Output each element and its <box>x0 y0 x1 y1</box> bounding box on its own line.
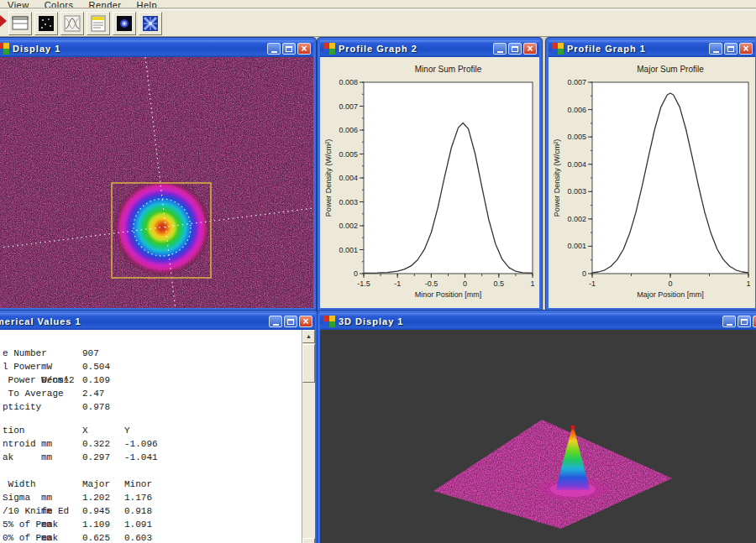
profile-graph-1-window-icon <box>552 43 564 55</box>
plot-area <box>592 82 748 274</box>
close-button[interactable]: × <box>523 43 537 55</box>
x-tick-label: 1 <box>530 279 534 288</box>
scroll-up-button[interactable]: ▲ <box>302 330 315 343</box>
y-tick-label: 0.007 <box>339 102 358 111</box>
y-tick-label: 0.008 <box>339 78 358 86</box>
numerical-cell: pticity <box>3 402 41 412</box>
profile-graph-2-window-icon <box>323 43 335 55</box>
numerical-cell: mm <box>41 452 52 462</box>
vertical-scrollbar[interactable]: ▲ ▼ <box>302 330 315 543</box>
numerical-row: ntroidmm0.322-1.096 <box>0 437 302 451</box>
x-axis-label: Major Position [mm] <box>637 290 704 299</box>
window-profile-graph-1: Profile Graph 1 × Major Sum Profile00.00… <box>546 38 756 311</box>
chart-title: Major Sum Profile <box>637 65 704 74</box>
y-axis-label: Power Density (W/cm²) <box>553 139 561 217</box>
maximize-button[interactable] <box>284 316 297 327</box>
numerical-cell: 907 <box>82 348 99 358</box>
numerical-section: tionXYntroidmm0.322-1.096akmm0.297-1.041 <box>0 424 302 464</box>
window-3d-display: 3D Display 1 × <box>318 311 756 543</box>
numerical-cell: ntroid <box>3 439 36 449</box>
menu-item-view[interactable]: View <box>0 0 37 8</box>
menu-item-help[interactable]: Help <box>129 0 165 8</box>
maximize-button[interactable] <box>508 43 522 55</box>
close-button[interactable]: × <box>739 43 753 55</box>
toolbar-button-profile-graph[interactable] <box>60 12 84 35</box>
numerical-row: pticity0.978 <box>0 400 302 414</box>
numerical-cell: e Number <box>3 348 47 358</box>
2d-display-titlebar[interactable]: Display 1 × <box>0 40 313 57</box>
profile-graph-2-titlebar[interactable]: Profile Graph 2 × <box>320 40 539 57</box>
3d-display-titlebar[interactable]: 3D Display 1 × <box>320 313 756 330</box>
x-tick-label: 0.5 <box>494 279 505 288</box>
toolbar-button-2d-display[interactable] <box>34 12 58 35</box>
numerical-cell: mW <box>41 362 52 372</box>
numerical-values-titlebar[interactable]: merical Values 1 × <box>0 313 315 330</box>
close-button[interactable]: × <box>297 43 311 55</box>
numerical-cell: 0.625 <box>82 533 110 543</box>
numerical-cell: W/cm^2 <box>41 375 75 385</box>
scrollbar-thumb[interactable] <box>302 344 315 383</box>
2d-display-window-title: Display 1 <box>13 44 60 54</box>
x-tick-label: 0 <box>463 279 467 288</box>
y-tick-label: 0.005 <box>339 150 358 159</box>
x-tick-label: 1 <box>746 279 750 288</box>
numerical-cell: To Average <box>3 389 64 399</box>
numerical-cell: 0.603 <box>124 533 152 543</box>
numerical-row: /10 Knife Edmm0.9450.918 <box>0 504 302 518</box>
y-tick-label: 0 <box>582 269 586 278</box>
clipped-red-icon <box>0 15 7 27</box>
numerical-values-window-title: merical Values 1 <box>0 316 81 326</box>
major-profile-chart: Major Sum Profile00.0010.0020.0030.0040.… <box>549 57 755 308</box>
toolbar-button-numerical-values[interactable] <box>87 12 110 35</box>
numerical-row: Sigmamm1.2021.176 <box>0 491 302 504</box>
numerical-cell: l Power <box>3 362 41 372</box>
x-axis-label: Minor Position [mm] <box>415 290 482 299</box>
menu-item-colors[interactable]: Colors <box>37 0 81 8</box>
minimize-button[interactable] <box>269 316 282 327</box>
maximize-button[interactable] <box>738 316 751 327</box>
minimize-button[interactable] <box>709 43 722 55</box>
numerical-cell: Sigma <box>3 493 30 503</box>
y-tick-label: 0.002 <box>339 222 358 230</box>
3d-beam-plot <box>320 330 756 543</box>
toolbar-button-3d-display[interactable] <box>139 12 162 35</box>
maximize-button[interactable] <box>282 43 296 55</box>
beam-spot <box>113 179 211 276</box>
toolbar <box>0 9 756 37</box>
scroll-down-button[interactable]: ▼ <box>302 538 315 543</box>
numerical-cell: 0.918 <box>124 506 152 516</box>
x-tick-label: -0.5 <box>425 279 438 288</box>
close-button[interactable]: × <box>299 316 312 327</box>
minimize-button[interactable] <box>722 316 736 327</box>
3d-display-window-title: 3D Display 1 <box>339 316 403 326</box>
numerical-row: e Number907 <box>0 347 302 360</box>
toolbar-button-layout[interactable] <box>8 12 32 35</box>
y-tick-label: 0.004 <box>339 174 358 182</box>
numerical-section: e Number907l PowermW0.504 Power DensiW/c… <box>0 347 302 414</box>
minimize-button[interactable] <box>493 43 507 55</box>
profile-graph-1-window-title: Profile Graph 1 <box>567 44 646 54</box>
maximize-button[interactable] <box>724 43 738 55</box>
y-axis-label: Power Density (W/cm²) <box>324 139 333 217</box>
2d-beam-view[interactable] <box>0 57 313 308</box>
profile-graph-1-titlebar[interactable]: Profile Graph 1 × <box>549 40 755 57</box>
menu-item-render[interactable]: Render <box>81 0 129 8</box>
profile-graph-2-window-title: Profile Graph 2 <box>339 44 417 54</box>
numerical-cell: tion <box>3 426 24 436</box>
numerical-cell: 0.504 <box>82 362 110 372</box>
numerical-row: akmm0.297-1.041 <box>0 451 302 464</box>
3d-beam-view[interactable] <box>320 330 756 543</box>
numerical-cell: 2.47 <box>82 389 104 399</box>
toolbar-button-beam-display[interactable] <box>113 12 136 35</box>
close-button[interactable]: × <box>753 316 756 327</box>
y-tick-label: 0.005 <box>567 133 586 141</box>
minimize-button[interactable] <box>267 43 281 55</box>
3d-display-icon <box>142 15 159 32</box>
numerical-cell: -1.041 <box>124 452 158 462</box>
numerical-cell: 1.176 <box>124 493 152 503</box>
3d-display-window-icon <box>323 316 335 327</box>
numerical-row: 0% of Peakmm0.6250.603 <box>0 531 302 543</box>
y-tick-label: 0.006 <box>567 106 586 114</box>
numerical-cell: 0.297 <box>82 452 110 462</box>
numerical-cell: Y <box>124 426 130 436</box>
